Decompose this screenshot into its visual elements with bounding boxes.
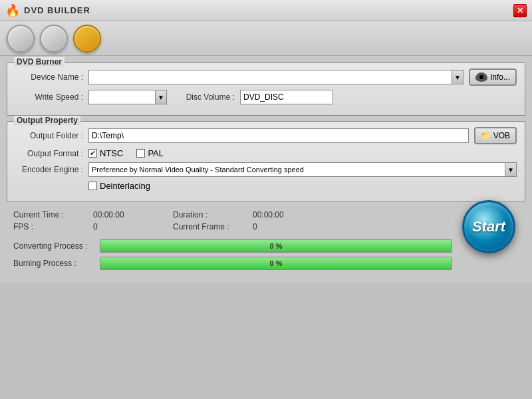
disc-volume-input[interactable]: [240, 90, 333, 104]
vob-button-label: VOB: [493, 131, 510, 140]
device-name-arrow[interactable]: ▼: [452, 70, 464, 84]
status-row-1: Current Time : 00:00:00 Duration : 00:00…: [13, 210, 519, 219]
title-bar-left: 🔥 DVD BUILDER: [5, 3, 90, 18]
ntsc-label: NTSC: [100, 148, 123, 158]
converting-progress-text: 0 %: [270, 242, 283, 250]
status-row-2: FPS : 0 Current Frame : 0: [13, 222, 519, 231]
toolbar-button-1[interactable]: [7, 25, 35, 53]
start-button[interactable]: Start: [462, 200, 515, 253]
output-property-group: Output Property Output Folder : 📁 VOB Ou…: [7, 121, 525, 202]
ntsc-checkbox[interactable]: ✔: [88, 149, 97, 158]
encoder-engine-label: Encoder Engine :: [15, 165, 88, 174]
app-title: DVD BUILDER: [24, 5, 90, 15]
fps-label: FPS :: [13, 222, 93, 231]
output-format-row: Output Format : ✔ NTSC PAL: [15, 148, 517, 158]
output-property-title: Output Property: [14, 116, 80, 125]
output-folder-input[interactable]: [88, 128, 469, 143]
progress-section: Converting Process : 0 % Burning Process…: [7, 237, 525, 277]
info-button-label: Info...: [490, 72, 510, 82]
eye-pupil: [479, 75, 483, 79]
pal-label: PAL: [148, 148, 164, 158]
duration-value: 00:00:00: [253, 210, 332, 219]
burning-process-row: Burning Process : 0 %: [13, 257, 519, 270]
title-bar: 🔥 DVD BUILDER ✕: [0, 0, 532, 21]
current-frame-value: 0: [253, 222, 332, 231]
current-time-value: 00:00:00: [93, 210, 173, 219]
device-name-row: Device Name : ▼ Info...: [15, 68, 517, 86]
burning-progress-bar: 0 %: [100, 257, 452, 270]
deinterlacing-checkbox-wrapper[interactable]: Deinterlacing: [88, 181, 150, 191]
encoder-engine-input[interactable]: [88, 162, 505, 177]
write-speed-arrow[interactable]: ▼: [155, 90, 167, 104]
toolbar-button-2[interactable]: [40, 25, 68, 53]
ntsc-checkbox-wrapper[interactable]: ✔ NTSC: [88, 148, 123, 158]
converting-progress-bar: 0 %: [100, 239, 452, 253]
output-folder-row: Output Folder : 📁 VOB: [15, 127, 517, 144]
deinterlacing-checkbox[interactable]: [88, 182, 97, 190]
main-content: DVD Burner Device Name : ▼ Info... Write…: [0, 56, 532, 283]
current-frame-label: Current Frame :: [173, 222, 253, 231]
burning-progress-text: 0 %: [270, 259, 283, 267]
write-speed-input[interactable]: [88, 90, 155, 104]
pal-checkbox[interactable]: [136, 149, 145, 158]
encoder-engine-arrow[interactable]: ▼: [505, 162, 517, 177]
converting-process-label: Converting Process :: [13, 241, 100, 251]
status-section: Current Time : 00:00:00 Duration : 00:00…: [7, 207, 525, 237]
vob-button[interactable]: 📁 VOB: [474, 127, 517, 144]
current-time-label: Current Time :: [13, 210, 93, 219]
output-folder-label: Output Folder :: [15, 131, 88, 140]
write-speed-row: Write Speed : ▼ Disc Volume :: [15, 90, 517, 104]
output-format-label: Output Format :: [15, 149, 88, 158]
toolbar-button-3[interactable]: [73, 25, 101, 53]
flame-icon: 🔥: [5, 3, 20, 18]
device-name-dropdown-wrapper: ▼: [88, 70, 464, 84]
encoder-dropdown-wrapper: ▼: [88, 162, 517, 177]
folder-icon: 📁: [481, 131, 491, 140]
deinterlacing-row: Deinterlacing: [88, 181, 517, 191]
encoder-engine-row: Encoder Engine : ▼: [15, 162, 517, 177]
dvd-burner-title: DVD Burner: [14, 57, 65, 66]
disc-volume-label: Disc Volume :: [180, 92, 240, 102]
fps-value: 0: [93, 222, 173, 231]
device-name-label: Device Name :: [15, 72, 88, 82]
close-button[interactable]: ✕: [513, 4, 527, 17]
write-speed-dropdown-wrapper: ▼: [88, 90, 167, 104]
toolbar: [0, 21, 532, 56]
deinterlacing-label: Deinterlacing: [100, 181, 150, 191]
duration-label: Duration :: [173, 210, 253, 219]
pal-checkbox-wrapper[interactable]: PAL: [136, 148, 164, 158]
info-button[interactable]: Info...: [469, 68, 517, 86]
converting-process-row: Converting Process : 0 %: [13, 239, 519, 253]
write-speed-label: Write Speed :: [15, 92, 88, 102]
burning-process-label: Burning Process :: [13, 259, 100, 268]
device-name-input[interactable]: [88, 70, 452, 84]
dvd-burner-group: DVD Burner Device Name : ▼ Info... Write…: [7, 63, 525, 116]
eye-icon: [475, 72, 487, 82]
